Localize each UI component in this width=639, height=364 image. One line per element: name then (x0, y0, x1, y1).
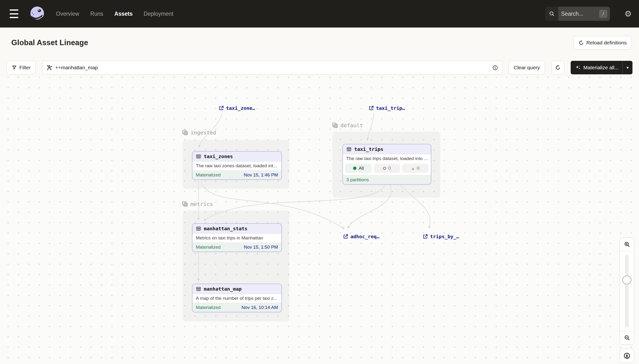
op-selector-icon (46, 64, 53, 71)
asset-group-icon (332, 122, 338, 128)
hollow-circle-icon (383, 167, 386, 170)
triangle-icon: ▲ (411, 166, 415, 170)
group-label-default[interactable]: default (332, 122, 363, 128)
asset-node-taxi-trips[interactable]: taxi_trips The raw taxi trips dataset, l… (342, 144, 431, 185)
asset-status-footer: Materialized Nov 16, 10:14 AM (193, 303, 281, 312)
asset-description: The raw taxi zones dataset, loaded int..… (193, 162, 281, 170)
partitions-all-badge[interactable]: All (345, 164, 372, 173)
asset-node-taxi-zones[interactable]: taxi_zones The raw taxi zones dataset, l… (192, 151, 282, 180)
external-asset-taxi-zone[interactable]: taxi_zone… (219, 105, 255, 111)
group-label-ingested[interactable]: ingested (182, 130, 216, 136)
search-box[interactable]: / (545, 7, 610, 21)
materialization-timestamp[interactable]: Nov 16, 10:14 AM (242, 305, 278, 310)
filter-button[interactable]: Filter (7, 61, 36, 74)
external-link-icon (423, 234, 428, 239)
download-icon (623, 352, 630, 360)
refresh-icon (578, 40, 584, 46)
asset-status-footer: Materialized Nov 15, 1:46 PM (193, 170, 281, 179)
table-icon (196, 286, 201, 292)
page-header: Global Asset Lineage Reload definitions (0, 28, 639, 58)
zoom-slider[interactable] (620, 251, 634, 331)
asset-group-icon (182, 130, 188, 136)
zoom-out-icon (624, 334, 630, 341)
partitions-failed-badge[interactable]: 0 (374, 164, 400, 173)
refresh-icon (555, 65, 561, 70)
nav-item-overview[interactable]: Overview (56, 10, 79, 17)
page-title: Global Asset Lineage (11, 38, 88, 47)
lineage-edges (0, 77, 639, 364)
materialize-dropdown-caret[interactable]: ▾ (622, 65, 632, 70)
zoom-out-button[interactable] (620, 331, 634, 344)
dagster-octopus-icon (29, 6, 46, 22)
asset-group-icon (182, 201, 188, 207)
asset-node-manhattan-map[interactable]: manhattan_map A map of the number of tri… (192, 284, 282, 312)
nav-item-deployment[interactable]: Deployment (144, 10, 173, 17)
table-icon (346, 146, 352, 152)
hamburger-menu-icon[interactable] (7, 9, 21, 18)
search-shortcut-badge: / (599, 10, 607, 18)
materialization-timestamp[interactable]: Nov 15, 1:50 PM (244, 244, 278, 250)
sparkle-icon (575, 65, 581, 71)
external-link-icon (343, 234, 348, 239)
top-navbar: Overview Runs Assets Deployment / ⚙ (0, 0, 639, 28)
asset-node-header: taxi_zones (193, 152, 281, 162)
asset-status-footer: 3 partitions (343, 175, 431, 184)
asset-node-manhattan-stats[interactable]: manhattan_stats Metrics on taxi trips in… (192, 223, 282, 252)
external-asset-trips-by[interactable]: trips_by_… (423, 234, 459, 240)
external-link-icon (369, 106, 374, 111)
main-nav: Overview Runs Assets Deployment (56, 10, 173, 17)
status-badge: Materialized (196, 305, 221, 310)
group-label-metrics[interactable]: metrics (182, 201, 213, 207)
filter-funnel-icon (12, 65, 17, 70)
settings-gear-icon[interactable]: ⚙ (624, 10, 632, 18)
query-info-icon[interactable] (492, 65, 498, 71)
materialize-all-button[interactable]: Materialize all... ▾ (571, 61, 632, 74)
download-image-button[interactable] (620, 349, 634, 363)
status-badge: Materialized (196, 244, 221, 250)
partitions-inprogress-badge[interactable]: ▲ 0 (402, 164, 428, 173)
external-asset-taxi-trip[interactable]: taxi_trip… (369, 105, 405, 111)
status-badge: Materialized (196, 172, 221, 178)
search-icon (545, 7, 558, 21)
asset-selection-input[interactable] (42, 61, 502, 74)
asset-node-header: manhattan_stats (193, 224, 281, 234)
dagster-logo[interactable] (29, 6, 46, 22)
asset-description: Metrics on taxi trips in Manhattan (193, 234, 281, 242)
asset-node-header: taxi_trips (343, 144, 431, 154)
zoom-controls (620, 238, 634, 345)
asset-status-footer: Materialized Nov 15, 1:50 PM (193, 242, 281, 252)
nav-item-assets[interactable]: Assets (115, 10, 133, 17)
refresh-graph-button[interactable] (551, 61, 564, 74)
nav-item-runs[interactable]: Runs (90, 10, 103, 17)
reload-definitions-button[interactable]: Reload definitions (573, 36, 632, 50)
partition-badges: All 0 ▲ 0 (343, 163, 431, 175)
zoom-in-icon (624, 241, 630, 248)
zoom-slider-handle[interactable] (622, 276, 631, 284)
filled-circle-icon (353, 166, 356, 170)
table-icon (196, 154, 201, 159)
asset-description: The raw taxi trips dataset, loaded into … (343, 154, 431, 163)
search-input[interactable] (558, 10, 600, 17)
asset-node-header: manhattan_map (193, 284, 281, 294)
zoom-slider-track[interactable] (625, 255, 629, 328)
asset-query-field[interactable] (55, 65, 489, 70)
table-icon (196, 226, 201, 231)
external-asset-adhoc-req[interactable]: adhoc_req… (343, 234, 379, 240)
partitions-count[interactable]: 3 partitions (346, 177, 369, 182)
clear-query-button[interactable]: Clear query (509, 61, 545, 74)
materialization-timestamp[interactable]: Nov 15, 1:46 PM (244, 172, 278, 178)
external-link-icon (219, 106, 224, 111)
asset-description: A map of the number of trips per taxi z.… (193, 294, 281, 303)
zoom-in-button[interactable] (620, 238, 634, 251)
lineage-toolbar: Filter Clear query Materialize all... ▾ (0, 61, 639, 74)
lineage-canvas[interactable]: ingested default metrics taxi_zone… taxi… (0, 77, 639, 364)
